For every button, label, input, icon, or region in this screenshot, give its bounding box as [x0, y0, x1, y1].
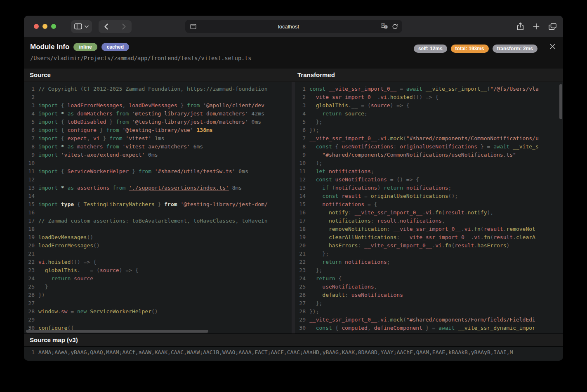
file-link[interactable]: './support/assertions/index.ts': [129, 185, 229, 191]
sidebar-icon: [74, 23, 82, 30]
page-settings-icon[interactable]: [190, 24, 196, 29]
code-token: vi: [464, 226, 471, 232]
line-number: 5: [24, 118, 35, 126]
code-token: useNotifications: [351, 292, 403, 298]
reload-icon[interactable]: [392, 23, 398, 30]
line-number: 28: [295, 307, 306, 316]
code-token: }: [38, 284, 48, 290]
code-line: 24 return source: [24, 275, 292, 283]
code-token: loadDevMessages: [38, 234, 87, 240]
code-line: 14 const result = originalUseNotificatio…: [295, 192, 563, 200]
line-number: 12: [24, 176, 35, 184]
code-token: __vite_ssr_import_0__: [325, 86, 396, 92]
minimize-window-button[interactable]: [42, 24, 47, 29]
code-token: sw: [61, 308, 68, 315]
code-token: 'vitest-axe/matchers': [119, 143, 190, 150]
line-number: 5: [295, 118, 306, 126]
source-code: 1// Copyright (C) 2012-2025 Zammad Found…: [24, 85, 292, 332]
line-number: 1: [295, 85, 306, 93]
code-token: [309, 259, 322, 265]
code-line: 21: [24, 250, 292, 258]
code-token: =: [396, 86, 406, 92]
line-number: 20: [24, 242, 35, 250]
back-button[interactable]: [99, 20, 114, 33]
code-token: {: [58, 102, 67, 108]
sidebar-toggle-button[interactable]: [71, 20, 92, 33]
close-button[interactable]: [549, 42, 556, 50]
zoom-window-button[interactable]: [51, 24, 56, 29]
transformed-panel-title: Transformed: [292, 68, 563, 82]
transformed-code-panel[interactable]: 1const __vite_ssr_import_0__ = await __v…: [295, 82, 563, 333]
code-line: 27 };: [295, 299, 563, 307]
code-token: (: [442, 209, 445, 216]
code-token: .: [464, 209, 468, 216]
code-token: window: [38, 308, 58, 315]
code-line: 8 const { useNotifications: originalUseN…: [295, 143, 563, 151]
code-token: const: [316, 176, 332, 183]
line-number: 1: [24, 85, 35, 93]
code-line: 17// Zammad custom assertions: toBeAvata…: [24, 217, 292, 225]
code-token: ,: [442, 218, 445, 224]
code-token: mock: [390, 135, 403, 141]
tabs-icon[interactable]: [549, 23, 556, 30]
code-line: 11import { ServiceWorkerHelper } from '#…: [24, 167, 292, 176]
line-number: 12: [295, 176, 306, 184]
code-token: .: [387, 135, 390, 141]
code-token: 'vitest-axe/extend-expect': [58, 152, 145, 158]
code-token: return: [384, 185, 403, 191]
source-code-panel[interactable]: 1// Copyright (C) 2012-2025 Zammad Found…: [24, 82, 292, 333]
code-token: vi: [93, 135, 100, 141]
code-token: __vite_ssr_dynamic_impor: [455, 325, 535, 331]
code-token: vi: [380, 94, 387, 100]
code-line: 9import 'vitest-axe/extend-expect' 0ms: [24, 151, 292, 159]
code-token: AAMA;AAeA,yBAAG,QAAQ,MAAM;AACf,aAAW,KAAK…: [38, 349, 513, 355]
close-window-button[interactable]: [34, 24, 39, 29]
code-token: notify: [468, 209, 487, 216]
line-number: 3: [295, 101, 306, 110]
code-token: from: [116, 110, 129, 117]
line-number: 16: [24, 209, 35, 217]
vertical-scrollbar[interactable]: [559, 84, 562, 119]
line-number: 13: [295, 184, 306, 192]
horizontal-scrollbar[interactable]: [26, 330, 208, 333]
code-token: vi: [380, 135, 387, 141]
line-number: 22: [24, 258, 35, 266]
code-line: 5import { toBeDisabled } from '@testing-…: [24, 118, 292, 126]
code-token: [38, 275, 51, 282]
code-token: import: [38, 152, 58, 158]
code-token: = {: [364, 201, 377, 207]
code-panels: 1// Copyright (C) 2012-2025 Zammad Found…: [24, 82, 563, 333]
sourcemap-panel[interactable]: 1AAMA;AAeA,yBAAG,QAAQ,MAAM;AACf,aAAW,KAA…: [24, 346, 563, 361]
new-tab-icon[interactable]: [533, 23, 540, 30]
code-token: .: [387, 317, 390, 323]
translate-icon[interactable]: Ax: [381, 23, 388, 29]
code-line: 17 notifications: result.notifications,: [295, 217, 563, 225]
code-token: '@testing-library/jest-dom/matchers': [129, 119, 248, 125]
code-token: "/@fs/Users/vla: [490, 86, 538, 92]
code-token: result: [338, 193, 361, 199]
code-line: 18 removeNotification: __vite_ssr_import…: [295, 225, 563, 233]
code-token: result: [445, 209, 464, 216]
forward-button[interactable]: [116, 20, 132, 33]
code-token: from: [106, 127, 119, 133]
code-token: .: [481, 234, 484, 240]
line-number: 28: [24, 307, 35, 316]
code-line: 4 return source;: [295, 110, 563, 118]
code-line: 14: [24, 192, 292, 200]
share-icon[interactable]: [517, 22, 524, 31]
address-bar[interactable]: localhost Ax: [185, 20, 402, 33]
code-token: notifications: [322, 201, 364, 207]
code-token: }: [129, 168, 138, 174]
code-token: [38, 267, 45, 273]
code-line: 18: [24, 225, 292, 233]
code-token: =: [67, 308, 77, 315]
code-token: const: [322, 193, 338, 199]
code-token: __: [80, 267, 87, 273]
code-token: removeNot: [506, 226, 535, 232]
code-token: globalThis: [316, 102, 348, 108]
code-token: .: [442, 242, 445, 249]
code-token: ServiceWorkerHelper: [67, 168, 129, 174]
code-token: [309, 201, 322, 207]
code-line: 16 notify: __vite_ssr_import_0__.vi.fn(r…: [295, 209, 563, 217]
source-panel-title: Source: [24, 68, 292, 82]
